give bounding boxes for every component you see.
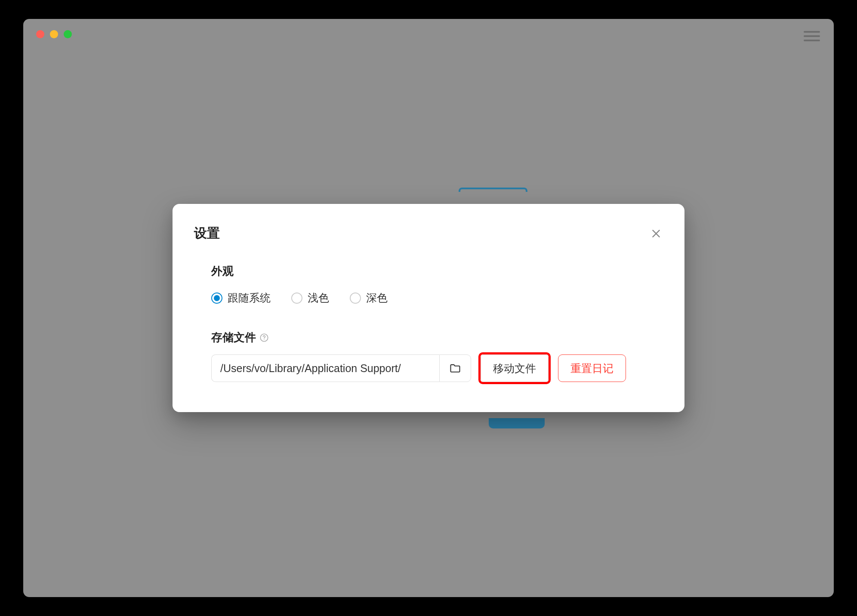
help-circle-icon[interactable] [259, 333, 269, 342]
reset-diary-button[interactable]: 重置日记 [558, 354, 626, 382]
theme-option-dark[interactable]: 深色 [350, 291, 388, 305]
app-window: 设置 外观 跟 [23, 19, 834, 597]
radio-label: 深色 [366, 291, 388, 305]
theme-radio-group: 跟随系统 浅色 深色 [211, 291, 646, 305]
storage-path-input[interactable] [211, 354, 439, 382]
radio-unselected-icon [350, 293, 361, 304]
storage-section: 存储文件 [194, 330, 663, 382]
reset-diary-button-label: 重置日记 [570, 361, 613, 376]
theme-option-light[interactable]: 浅色 [291, 291, 329, 305]
modal-header: 设置 [194, 225, 663, 242]
theme-option-system[interactable]: 跟随系统 [211, 291, 271, 305]
appearance-section: 外观 跟随系统 浅色 [194, 264, 663, 305]
radio-label: 浅色 [308, 291, 329, 305]
close-icon [650, 228, 662, 239]
svg-point-3 [264, 339, 265, 340]
modal-title: 设置 [194, 225, 220, 242]
window-frame: 设置 外观 跟 [15, 11, 842, 605]
move-file-button-label: 移动文件 [493, 361, 536, 376]
settings-modal: 设置 外观 跟 [173, 204, 684, 412]
move-file-button[interactable]: 移动文件 [478, 352, 551, 384]
modal-overlay: 设置 外观 跟 [23, 19, 834, 597]
browse-folder-button[interactable] [439, 354, 471, 382]
path-input-group [211, 354, 471, 382]
storage-label: 存储文件 [211, 330, 256, 345]
radio-label: 跟随系统 [228, 291, 271, 305]
storage-controls-row: 移动文件 重置日记 [211, 354, 646, 382]
appearance-label: 外观 [211, 264, 646, 279]
close-button[interactable] [649, 227, 663, 240]
folder-icon [449, 362, 461, 374]
radio-unselected-icon [291, 293, 302, 304]
radio-selected-icon [211, 293, 222, 304]
